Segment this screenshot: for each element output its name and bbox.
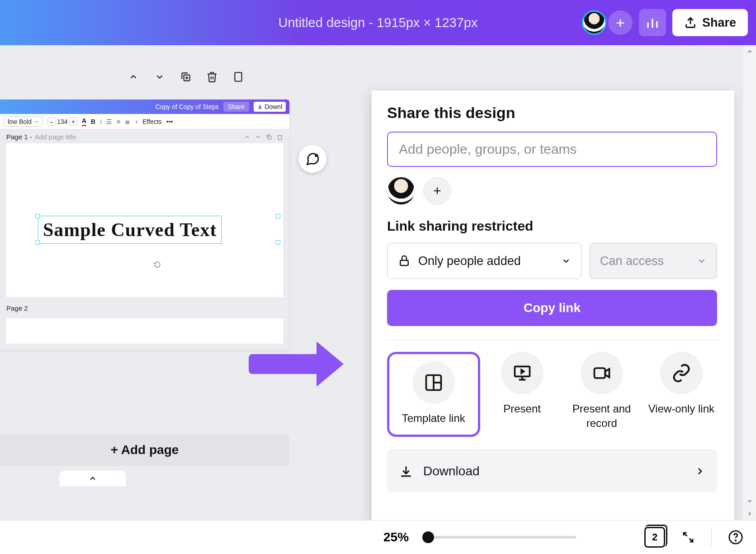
selection-handle[interactable] [276, 214, 280, 218]
template-link-label: Template link [402, 411, 465, 426]
template-link-action[interactable]: Template link [387, 352, 480, 437]
page1-canvas[interactable]: Sample Curved Text [6, 143, 283, 297]
sparkle-comment-icon [305, 151, 320, 166]
copy-icon[interactable] [266, 134, 272, 140]
list-button[interactable]: ≡ [117, 118, 120, 125]
rotate-handle-icon[interactable] [154, 261, 161, 268]
chevron-up-icon[interactable] [244, 134, 250, 140]
zoom-slider[interactable] [422, 536, 576, 539]
copy-plus-icon [180, 71, 192, 83]
trash-icon[interactable] [277, 134, 283, 140]
file-plus-icon [232, 71, 244, 83]
scroll-up-button[interactable] [743, 45, 756, 58]
page2-canvas[interactable] [6, 318, 283, 344]
share-people-input[interactable]: Add people, groups, or teams [387, 132, 717, 167]
collapse-up-button[interactable] [127, 70, 140, 84]
delete-page-button[interactable] [205, 70, 219, 84]
italic-button[interactable]: I [100, 118, 102, 125]
font-size-stepper[interactable]: – 134 + [47, 118, 77, 126]
link-icon [671, 363, 691, 383]
chevron-right-icon [695, 466, 705, 477]
top-header-bar: Untitled design - 1915px × 1237px + Shar… [0, 0, 756, 45]
annotation-arrow [249, 344, 344, 384]
svg-rect-11 [400, 260, 408, 265]
download-icon [399, 464, 413, 478]
workspace-area: Copy of Copy of Steps Share Downl low Bo… [0, 45, 756, 520]
chevron-right-icon [747, 511, 753, 517]
share-panel-heading: Share this design [387, 104, 719, 122]
chevron-down-icon [155, 72, 165, 82]
magic-comment-fab[interactable] [298, 145, 326, 173]
font-selector[interactable]: low Bold [4, 117, 43, 127]
duplicate-page-button[interactable] [179, 70, 193, 84]
svg-rect-19 [594, 368, 605, 378]
present-label: Present [503, 402, 541, 416]
svg-marker-20 [605, 369, 609, 377]
divider [711, 528, 712, 546]
user-avatar[interactable] [582, 10, 606, 35]
spacing-button[interactable]: ⫞ [135, 118, 138, 125]
add-page-button[interactable]: + Add page [0, 434, 289, 466]
share-actions-row: Template link Present Present and record… [387, 340, 719, 437]
camera-icon [592, 363, 612, 383]
present-action[interactable]: Present [485, 352, 560, 437]
font-size-plus[interactable]: + [69, 118, 77, 126]
font-name-label: low Bold [8, 118, 32, 125]
bottom-tab-notch[interactable] [59, 470, 127, 486]
page-mini-toolbar [127, 70, 245, 84]
selection-handle[interactable] [35, 214, 40, 218]
page2-label: Page 2 [6, 304, 28, 312]
page-count-value: 2 [652, 531, 657, 543]
svg-point-25 [735, 540, 736, 541]
chevron-up-icon [747, 48, 753, 55]
font-size-minus[interactable]: – [47, 118, 56, 126]
font-size-value[interactable]: 134 [58, 118, 66, 126]
present-and-record-action[interactable]: Present and record [564, 352, 639, 437]
permission-select[interactable]: Can access [590, 243, 717, 279]
shared-user-avatar[interactable] [387, 177, 415, 205]
help-icon[interactable] [728, 530, 743, 545]
selected-text-element[interactable]: Sample Curved Text [38, 216, 222, 244]
share-input-placeholder: Add people, groups, or teams [399, 142, 577, 157]
nested-editor-title: Copy of Copy of Steps [156, 103, 219, 110]
nested-download-button[interactable]: Downl [254, 102, 286, 112]
numbered-list-button[interactable]: ≣ [125, 118, 130, 125]
selection-handle[interactable] [35, 240, 40, 245]
nested-download-label: Downl [265, 103, 282, 110]
more-button[interactable]: ••• [166, 118, 173, 125]
chevron-up-icon [88, 474, 97, 483]
share-button[interactable]: Share [672, 9, 748, 36]
zoom-level[interactable]: 25% [383, 530, 409, 545]
bold-button[interactable]: B [91, 118, 95, 125]
download-row[interactable]: Download [387, 450, 717, 492]
chevron-up-icon [128, 72, 138, 82]
chevron-down-icon[interactable] [255, 134, 261, 140]
share-panel: Share this design Add people, groups, or… [372, 90, 734, 530]
chevron-down-icon [747, 498, 753, 504]
page1-title-input[interactable]: Add page title [35, 133, 76, 141]
page-count-indicator[interactable]: 2 [644, 527, 665, 548]
vertical-scrollbar[interactable] [742, 45, 756, 520]
page1-label: Page 1 - [6, 133, 32, 141]
new-page-button[interactable] [232, 70, 245, 84]
add-member-button[interactable]: + [608, 10, 633, 35]
access-scope-select[interactable]: Only people added [387, 243, 581, 279]
text-color-button[interactable]: A [82, 117, 86, 126]
effects-button[interactable]: Effects [142, 118, 162, 125]
upload-icon [684, 16, 697, 29]
chevron-down-icon [697, 256, 707, 266]
expand-down-button[interactable] [153, 70, 166, 84]
selection-handle[interactable] [276, 240, 280, 245]
scroll-right-button[interactable] [743, 507, 756, 520]
add-person-button[interactable]: + [423, 177, 451, 205]
page1-label-row: Page 1 - Add page title [6, 133, 283, 141]
fullscreen-icon[interactable] [681, 530, 695, 544]
nested-share-button[interactable]: Share [223, 102, 249, 112]
align-button[interactable]: ☰ [106, 118, 112, 125]
view-only-link-action[interactable]: View-only link [644, 352, 719, 437]
analytics-button[interactable] [639, 9, 666, 36]
scroll-down-button[interactable] [743, 495, 756, 507]
zoom-slider-knob[interactable] [422, 531, 434, 543]
svg-marker-16 [521, 370, 524, 373]
copy-link-button[interactable]: Copy link [387, 290, 717, 326]
